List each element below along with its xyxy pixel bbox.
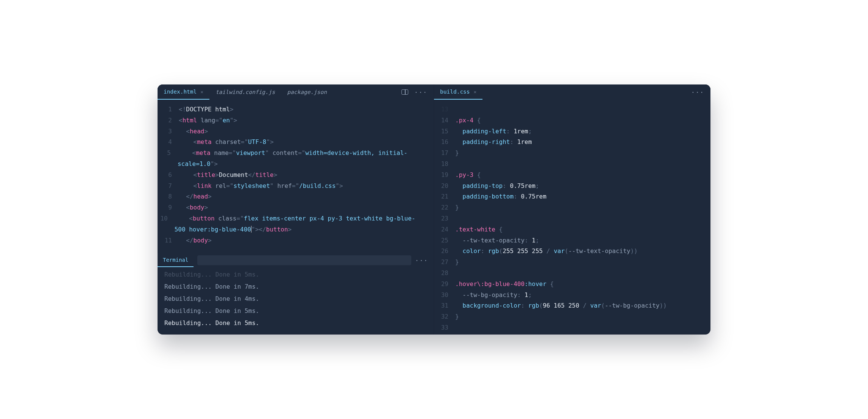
split-editor-icon[interactable] <box>401 89 408 95</box>
terminal-output[interactable]: Rebuilding... Done in 5ms.Rebuilding... … <box>158 267 434 335</box>
code-content: } <box>455 148 467 159</box>
code-line: 13 <box>434 104 710 115</box>
terminal-line: Rebuilding... Done in 5ms. <box>164 305 427 317</box>
terminal-tabbar: Terminal ··· <box>158 253 434 267</box>
code-content: padding-right: 1rem <box>455 137 539 148</box>
line-number: 25 <box>434 235 455 246</box>
code-line: 30 --tw-bg-opacity: 1; <box>434 290 710 301</box>
line-number: 14 <box>434 115 455 126</box>
close-icon[interactable]: × <box>200 89 203 95</box>
code-content: --tw-bg-opacity: 1; <box>455 290 539 301</box>
code-line: 19.py-3 { <box>434 170 710 181</box>
line-number: 11 <box>158 235 179 246</box>
more-actions-icon[interactable]: ··· <box>414 89 428 96</box>
tab-build-css[interactable]: build.css × <box>434 84 482 100</box>
code-line: 17} <box>434 148 710 159</box>
line-number: 16 <box>434 137 455 148</box>
line-number: 15 <box>434 126 455 137</box>
code-content: <title>Document</title> <box>179 170 285 181</box>
line-number: 26 <box>434 246 455 257</box>
code-line: 29.hover\:bg-blue-400:hover { <box>434 279 710 290</box>
line-number: 1 <box>158 104 179 115</box>
line-number: 18 <box>434 159 455 170</box>
terminal-line: Rebuilding... Done in 5ms. <box>164 317 427 329</box>
tab-actions: ··· <box>401 89 434 96</box>
line-number: 33 <box>434 322 455 333</box>
terminal-line: Rebuilding... Done in 5ms. <box>164 269 427 281</box>
code-line: 2<html lang="en"> <box>158 115 434 126</box>
tab-label: build.css <box>440 89 470 95</box>
tab-package-json[interactable]: package.json <box>281 84 333 100</box>
code-content: padding-top: 0.75rem; <box>455 181 547 192</box>
line-number: 5 <box>158 148 178 159</box>
code-line: 14.px-4 { <box>434 115 710 126</box>
right-tabbar: build.css × ··· <box>434 84 710 100</box>
code-content: <button class="flex items-center px-4 py… <box>175 213 434 235</box>
code-line: 1<!DOCTYPE html> <box>158 104 434 115</box>
tab-label: index.html <box>164 89 197 95</box>
close-icon[interactable]: × <box>474 89 477 95</box>
left-editor[interactable]: 1<!DOCTYPE html>2<html lang="en">3 <head… <box>158 100 434 253</box>
line-number: 6 <box>158 170 179 181</box>
line-number: 4 <box>158 137 179 148</box>
tab-index-html[interactable]: index.html × <box>158 84 209 100</box>
right-editor[interactable]: 1314.px-4 {15 padding-left: 1rem;16 padd… <box>434 100 710 335</box>
line-number: 17 <box>434 148 455 159</box>
code-content: <link rel="stylesheet" href="/build.css"… <box>179 181 351 192</box>
code-content: --tw-text-opacity: 1; <box>455 235 547 246</box>
terminal-tab-label: Terminal <box>163 257 188 263</box>
code-content: .text-white { <box>455 224 510 235</box>
line-number: 19 <box>434 170 455 181</box>
editor-window: index.html × tailwind.config.js package.… <box>158 84 710 335</box>
code-line: 3 <head> <box>158 126 434 137</box>
code-content: background-color: rgb(96 165 250 / var(-… <box>455 300 674 311</box>
code-content: } <box>455 311 467 322</box>
code-line: 27} <box>434 257 710 268</box>
right-pane: build.css × ··· 1314.px-4 {15 padding-le… <box>434 84 710 335</box>
code-line: 28 <box>434 268 710 279</box>
line-number: 21 <box>434 191 455 202</box>
terminal-more-icon[interactable]: ··· <box>415 257 428 264</box>
code-content: <body> <box>179 202 215 213</box>
tab-label: package.json <box>287 89 327 95</box>
left-pane: index.html × tailwind.config.js package.… <box>158 84 434 335</box>
tab-actions: ··· <box>691 89 710 96</box>
code-content: <!DOCTYPE html> <box>179 104 241 115</box>
code-content: .px-4 { <box>455 115 488 126</box>
line-number: 7 <box>158 181 179 192</box>
code-line: 6 <title>Document</title> <box>158 170 434 181</box>
code-line: 11 </body> <box>158 235 434 246</box>
terminal-tab[interactable]: Terminal <box>158 253 194 267</box>
code-line: 8 </head> <box>158 191 434 202</box>
code-content: <meta name="viewport" content="width=dev… <box>178 148 434 170</box>
code-line: 20 padding-top: 0.75rem; <box>434 181 710 192</box>
code-content: </body> <box>179 235 219 246</box>
code-line: 23 <box>434 213 710 224</box>
code-line: 7 <link rel="stylesheet" href="/build.cs… <box>158 181 434 192</box>
line-number: 23 <box>434 213 455 224</box>
code-content: .py-3 { <box>455 170 488 181</box>
code-line: 22} <box>434 202 710 213</box>
code-line: 10 <button class="flex items-center px-4… <box>158 213 434 235</box>
code-content: } <box>455 257 467 268</box>
code-content: <head> <box>179 126 215 137</box>
line-number: 32 <box>434 311 455 322</box>
line-number: 29 <box>434 279 455 290</box>
code-line: 25 --tw-text-opacity: 1; <box>434 235 710 246</box>
code-line: 32} <box>434 311 710 322</box>
left-tabbar: index.html × tailwind.config.js package.… <box>158 84 434 100</box>
terminal-search-input[interactable] <box>197 255 411 265</box>
tab-tailwind-config[interactable]: tailwind.config.js <box>209 84 281 100</box>
line-number: 30 <box>434 290 455 301</box>
code-line: 5 <meta name="viewport" content="width=d… <box>158 148 434 170</box>
code-content: </head> <box>179 191 219 202</box>
code-line: 4 <meta charset="UTF-8"> <box>158 137 434 148</box>
code-content: } <box>455 202 467 213</box>
code-line: 9 <body> <box>158 202 434 213</box>
terminal-line: Rebuilding... Done in 4ms. <box>164 293 427 305</box>
more-actions-icon[interactable]: ··· <box>691 89 704 96</box>
code-line: 15 padding-left: 1rem; <box>434 126 710 137</box>
terminal-line: Rebuilding... Done in 7ms. <box>164 281 427 293</box>
code-line: 18 <box>434 159 710 170</box>
line-number: 13 <box>434 104 455 115</box>
